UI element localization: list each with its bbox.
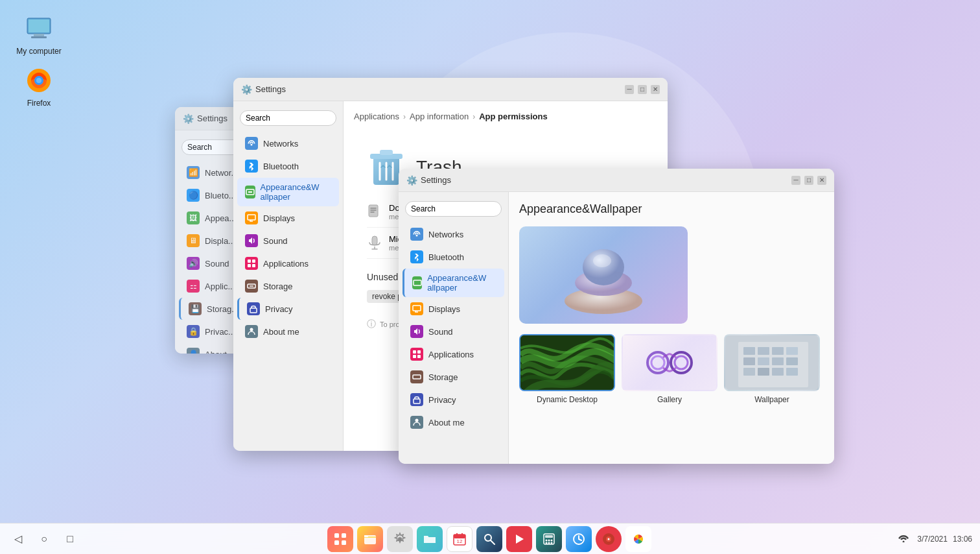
files-btn[interactable]	[357, 526, 383, 552]
svg-rect-35	[417, 350, 421, 354]
breadcrumb-appinfo[interactable]: App information	[410, 112, 469, 121]
home-button[interactable]: ○	[34, 529, 54, 549]
sidebar-item-about-front[interactable]: About me	[402, 411, 504, 433]
svg-rect-64	[334, 533, 339, 538]
sidebar-item-sound-mid[interactable]: Sound	[237, 230, 339, 252]
sidebar-item-storage-front[interactable]: Storage	[402, 366, 504, 388]
taskbar-time: 13:06	[953, 535, 972, 544]
settings-btn[interactable]	[387, 526, 413, 552]
settings-icon-front: ⚙️	[406, 175, 417, 186]
sidebar-item-appearance-mid[interactable]: Appearance&W allpaper	[237, 178, 339, 206]
calculator-btn[interactable]	[536, 526, 562, 552]
maximize-btn-front[interactable]: □	[804, 176, 813, 185]
storage-icon-mid	[245, 280, 258, 293]
sidebar-item-applications-front[interactable]: Applications	[402, 343, 504, 365]
svg-rect-67	[342, 540, 346, 545]
maximize-btn-mid[interactable]: □	[638, 85, 647, 94]
appearance-content: Appearance&Wallpaper	[509, 192, 834, 464]
displays-icon-mid	[245, 211, 258, 224]
app-grid-btn[interactable]	[327, 526, 353, 552]
info-icon: ⓘ	[367, 319, 376, 330]
svg-rect-13	[252, 259, 255, 263]
svg-point-81	[548, 539, 550, 541]
wifi-icon	[898, 533, 909, 544]
svg-rect-14	[248, 264, 251, 267]
svg-rect-38	[413, 375, 421, 379]
taskbar-right: 3/7/2021 13:06	[898, 533, 972, 544]
svg-rect-2	[34, 34, 44, 36]
wallpaper-dynamic[interactable]: Dynamic Desktop	[519, 334, 615, 404]
networks-icon-mid	[245, 137, 258, 150]
calendar-btn[interactable]: 12	[447, 526, 472, 552]
privacy-icon-front	[410, 393, 423, 406]
desktop-icon-mycomputer[interactable]: My computer	[13, 13, 65, 56]
wallpaper-thumb-img	[724, 334, 820, 391]
bluetooth-icon-front	[410, 250, 423, 263]
back-button[interactable]: ◁	[8, 529, 29, 549]
svg-rect-28	[372, 236, 377, 245]
sidebar-item-about-mid[interactable]: About me	[237, 320, 339, 343]
sidebar-item-storage-mid[interactable]: Storage	[237, 275, 339, 297]
sidebar-item-displays-mid[interactable]: Displays	[237, 207, 339, 229]
bluetooth-icon-mid	[245, 160, 258, 173]
gallery-thumb-img	[622, 334, 718, 391]
svg-point-83	[545, 542, 547, 544]
breadcrumb-applications[interactable]: Applications	[354, 112, 399, 121]
search-input-front[interactable]	[405, 201, 502, 217]
sidebar-item-bluetooth-mid[interactable]: Bluetooth	[237, 155, 339, 177]
svg-line-76	[491, 540, 495, 544]
svg-rect-54	[772, 347, 784, 355]
svg-point-92	[903, 541, 905, 543]
titlebar-mid[interactable]: ⚙️ Settings ─ □ ✕	[233, 78, 668, 101]
search-btn[interactable]	[476, 526, 502, 552]
sidebar-item-sound-front[interactable]: Sound	[402, 320, 504, 343]
sidebar-item-networks-front[interactable]: Networks	[402, 223, 504, 245]
svg-rect-22	[380, 150, 393, 155]
svg-rect-55	[786, 347, 798, 355]
photos-btn[interactable]	[625, 526, 651, 552]
svg-point-85	[550, 542, 552, 544]
minimize-btn-front[interactable]: ─	[791, 176, 800, 185]
breadcrumb-arrow1: ›	[403, 112, 406, 121]
sidebar-item-displays-front[interactable]: Displays	[402, 298, 504, 320]
svg-text:12: 12	[456, 538, 462, 544]
dynamic-label: Dynamic Desktop	[537, 395, 598, 404]
taskbar-date: 3/7/2021	[917, 535, 948, 544]
svg-point-44	[593, 254, 611, 267]
desktop-icon-firefox[interactable]: Firefox	[13, 65, 65, 108]
settings-icon-back: ⚙️	[183, 114, 193, 124]
svg-rect-37	[417, 355, 421, 358]
search-input-mid[interactable]	[240, 110, 336, 126]
networks-icon-front	[410, 228, 423, 241]
folder-btn[interactable]	[417, 526, 443, 552]
close-btn-mid[interactable]: ✕	[651, 85, 660, 94]
sidebar-item-networks-mid[interactable]: Networks	[237, 132, 339, 154]
applications-icon-front	[410, 348, 423, 361]
svg-point-8	[251, 144, 253, 146]
sidebar-item-privacy-front[interactable]: Privacy	[402, 389, 504, 411]
svg-rect-53	[758, 347, 769, 355]
titlebar-front[interactable]: ⚙️ Settings ─ □ ✕	[399, 169, 834, 192]
clock-btn[interactable]	[566, 526, 592, 552]
privacy-icon-mid	[247, 302, 260, 315]
svg-point-82	[550, 539, 552, 541]
svg-point-19	[250, 328, 253, 331]
sidebar-item-appearance-front[interactable]: Appearance&W allpaper	[402, 269, 504, 297]
wallpaper-thumbnails: Dynamic Desktop	[519, 334, 824, 404]
wallpaper-wallpaper[interactable]: Wallpaper	[724, 334, 820, 404]
close-btn-front[interactable]: ✕	[817, 176, 826, 185]
svg-rect-36	[413, 355, 416, 358]
music-btn[interactable]	[596, 526, 622, 552]
svg-rect-33	[413, 306, 421, 311]
sidebar-item-privacy-mid[interactable]: Privacy	[237, 298, 339, 320]
recent-button[interactable]: □	[60, 529, 80, 549]
title-mid: Settings	[255, 84, 625, 94]
sidebar-item-bluetooth-front[interactable]: Bluetooth	[402, 246, 504, 268]
wallpaper-gallery[interactable]: Gallery	[622, 334, 718, 404]
applications-icon-mid	[245, 257, 258, 270]
minimize-btn-mid[interactable]: ─	[625, 85, 634, 94]
sidebar-item-applications-mid[interactable]: Applications	[237, 252, 339, 274]
svg-point-47	[651, 356, 664, 369]
breadcrumb-arrow2: ›	[472, 112, 475, 121]
media-btn[interactable]	[506, 526, 532, 552]
